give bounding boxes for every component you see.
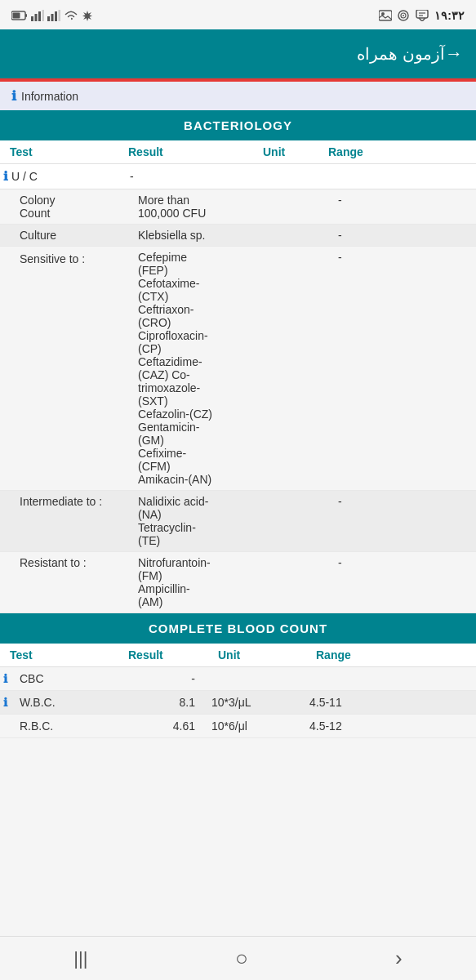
col-header-test: Test [10, 145, 128, 158]
wbc-result: 8.1 [122, 696, 211, 709]
sensitive-result: Cefepime (FEP) Cefotaxime- (CTX) Ceftria… [138, 251, 273, 486]
rbc-test-label: R.B.C. [20, 719, 122, 733]
cbc-col-header-range: Range [316, 648, 476, 662]
sensitive-range: - [338, 251, 476, 264]
intermediate-result: Nalidixic acid- (NA) Tetracyclin- (TE) [138, 495, 273, 547]
cbc-col-header-unit: Unit [218, 648, 316, 662]
info-bar: ℹ Information [0, 82, 476, 110]
rbc-unit: 10*6/μl [211, 719, 309, 733]
svg-rect-5 [38, 11, 41, 21]
svg-rect-6 [42, 10, 45, 21]
uc-row: ℹ U / C - [0, 164, 476, 189]
col-header-result: Result [128, 145, 263, 158]
colony-count-test: Colony Count [20, 194, 138, 220]
navigation-bar: ||| ○ › [0, 936, 476, 980]
sensitive-row: Sensitive to : Cefepime (FEP) Cefotaxime… [0, 247, 476, 491]
intermediate-test: Intermediate to : [20, 495, 138, 508]
svg-rect-9 [55, 11, 57, 21]
wbc-unit: 10*3/μL [211, 696, 309, 709]
svg-rect-10 [59, 10, 61, 21]
colony-count-range: - [338, 194, 476, 207]
rbc-result: 4.61 [122, 719, 211, 733]
culture-test: Culture [20, 229, 138, 242]
svg-rect-16 [416, 10, 428, 18]
photo-icon [379, 10, 392, 21]
uc-test-label: U / C [11, 170, 130, 183]
colony-count-result: More than 100,000 CFU [138, 194, 273, 220]
col-header-unit: Unit [263, 145, 328, 158]
resistant-result: Nitrofurantoin- (FM) Ampicillin- (AM) [138, 556, 273, 608]
settings-icon [82, 10, 93, 21]
info-icon: ℹ [11, 88, 16, 104]
status-bar: ١٩:٣٢ [0, 0, 476, 29]
nav-back-button[interactable]: › [376, 939, 422, 978]
svg-rect-8 [51, 14, 54, 21]
notification-icon [415, 10, 429, 21]
uc-info-icon: ℹ [3, 169, 8, 184]
culture-result: Klebsiella sp. [138, 229, 273, 242]
wbc-test-label: W.B.C. [20, 696, 122, 709]
resistant-test: Resistant to : [20, 556, 138, 569]
cbc-col-header-result: Result [128, 648, 218, 662]
col-header-range: Range [328, 145, 476, 158]
cbc-result: - [122, 672, 211, 685]
nav-home-button[interactable]: ○ [216, 939, 268, 978]
bacteriology-section-header: BACTERIOLOGY [0, 110, 476, 140]
status-icons-left [11, 10, 93, 21]
culture-range: - [338, 229, 476, 242]
cbc-cbc-row: ℹ CBC - [0, 667, 476, 691]
cbc-section-header: COMPLETE BLOOD COUNT [0, 613, 476, 644]
bacteriology-column-headers: Test Result Unit Range [0, 140, 476, 164]
svg-rect-4 [35, 14, 38, 21]
signal-icon-2 [47, 10, 60, 21]
cbc-info-icon: ℹ [3, 672, 20, 685]
status-time: ١٩:٣٢ [379, 9, 465, 22]
target-icon [397, 10, 410, 21]
rbc-row: R.B.C. 4.61 10*6/μl 4.5-12 [0, 715, 476, 738]
resistant-range: - [338, 556, 476, 569]
sensitive-test: Sensitive to : [20, 251, 138, 265]
wbc-row: ℹ W.B.C. 8.1 10*3/μL 4.5-11 [0, 691, 476, 715]
signal-icon-1 [31, 10, 44, 21]
battery-icon [11, 10, 28, 21]
time-display: ١٩:٣٢ [434, 9, 465, 22]
svg-rect-1 [25, 14, 27, 17]
header-title: آزمون همراه [357, 44, 445, 64]
rbc-range: 4.5-12 [309, 719, 476, 733]
intermediate-row: Intermediate to : Nalidixic acid- (NA) T… [0, 491, 476, 552]
intermediate-range: - [338, 495, 476, 508]
wifi-icon [64, 10, 78, 21]
cbc-test-label: CBC [20, 672, 122, 685]
app-header: آزمون همراه → [0, 29, 476, 78]
svg-rect-2 [13, 13, 20, 19]
resistant-row: Resistant to : Nitrofurantoin- (FM) Ampi… [0, 552, 476, 613]
wbc-info-icon: ℹ [3, 696, 20, 709]
svg-rect-3 [31, 16, 33, 21]
svg-rect-7 [47, 16, 50, 21]
header-arrow: → [445, 43, 463, 65]
wbc-range: 4.5-11 [309, 696, 476, 709]
cbc-col-header-test: Test [10, 648, 128, 662]
svg-rect-11 [379, 11, 392, 20]
colony-count-row: Colony Count More than 100,000 CFU - [0, 189, 476, 225]
culture-row: Culture Klebsiella sp. - [0, 225, 476, 247]
svg-point-15 [403, 15, 404, 16]
info-label: Information [21, 90, 78, 103]
cbc-column-headers: Test Result Unit Range [0, 644, 476, 667]
nav-menu-button[interactable]: ||| [54, 942, 107, 976]
svg-point-12 [381, 12, 385, 16]
uc-result: - [130, 170, 265, 183]
